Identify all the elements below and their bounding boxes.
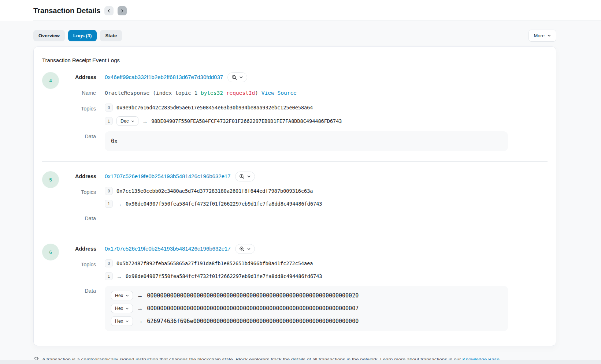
chevron-down-icon [126, 307, 129, 310]
data-box: Hex→000000000000000000000000000000000000… [105, 286, 508, 331]
arrow-right-icon: → [116, 273, 122, 279]
chevron-left-icon [107, 9, 111, 13]
address-link[interactable]: 0x46eff99cab332f1b2eb2ff6813d67e7d30fdd0… [105, 72, 223, 82]
data-value: 626974636f696e00000000000000000000000000… [147, 318, 359, 324]
chevron-down-icon [247, 247, 251, 251]
event-logs-card: Transaction Receipt Event Logs 4Address0… [33, 46, 556, 346]
data-hex-row: Hex→626974636f696e0000000000000000000000… [111, 316, 502, 326]
logs-list: 4Address0x46eff99cab332f1b2eb2ff6813d67e… [42, 72, 548, 331]
data-label: Data [75, 286, 105, 296]
address-row: Address0x1707c526e19fe0b254193b5481426c1… [75, 171, 548, 181]
topics-row: Topics00x9e9bc7616d42c2835d05ae617e50845… [75, 104, 548, 126]
log-index-badge: 5 [42, 171, 59, 188]
topic-line: 1Dec→98DE04907F550FEA584FCF4732F01F26622… [105, 116, 548, 126]
log-divider [42, 161, 548, 162]
chevron-down-icon [547, 34, 551, 38]
topics-label: Topics [75, 187, 105, 197]
topic-decode-select[interactable]: Dec [116, 116, 138, 126]
view-source-link[interactable]: View Source [261, 90, 297, 96]
decode-select-label: Hex [115, 293, 123, 298]
chevron-down-icon [126, 320, 129, 323]
topic-value: 0x9e9bc7616d42c2835d05ae617e508454e63b30… [116, 105, 313, 110]
topics-label: Topics [75, 104, 105, 114]
search-plus-icon [239, 174, 245, 179]
tabs-group: OverviewLogs (3)State [33, 30, 122, 41]
data-value: 0000000000000000000000000000000000000000… [147, 292, 359, 299]
search-plus-icon [239, 246, 245, 252]
address-label: Address [75, 244, 105, 254]
address-zoom-button[interactable] [227, 72, 247, 82]
tab-overview[interactable]: Overview [33, 30, 65, 41]
log-entry: 4Address0x46eff99cab332f1b2eb2ff6813d67e… [42, 72, 548, 151]
log-entry: 5Address0x1707c526e19fe0b254193b5481426c… [42, 171, 548, 224]
bottom-strip [0, 360, 601, 364]
address-label: Address [75, 72, 105, 82]
log-index-column: 6 [42, 244, 75, 331]
topic-line: 1→0x98de04907f550fea584fcf4732f01f266229… [105, 272, 548, 280]
data-value: 0000000000000000000000000000000000000000… [147, 305, 359, 312]
param-name-text: requestId [226, 90, 255, 96]
address-row: Address0x1707c526e19fe0b254193b5481426c1… [75, 244, 548, 254]
chevron-down-icon [239, 75, 243, 79]
log-divider [42, 234, 548, 234]
topics-row: Topics00x5b72487f892feba565865a27f191da8… [75, 259, 548, 280]
topic-value: 0x7cc135e0cebb02c3480ae5d74d377283180a26… [116, 188, 313, 194]
tab-state[interactable]: State [100, 30, 122, 41]
decode-select-label: Dec [120, 119, 129, 124]
data-label: Data [75, 131, 105, 142]
data-decode-select[interactable]: Hex [111, 304, 133, 313]
search-plus-icon [231, 75, 237, 80]
data-value: 0x [111, 138, 502, 145]
arrow-right-icon: → [137, 305, 143, 312]
event-signature: OracleResponse (index_topic_1 bytes32 re… [105, 88, 548, 98]
topic-line: 00x7cc135e0cebb02c3480ae5d74d377283180a2… [105, 187, 548, 195]
arrow-right-icon: → [137, 292, 143, 299]
topic-index-badge: 0 [105, 187, 113, 195]
next-transaction-button[interactable] [118, 6, 127, 15]
data-box: 0x [105, 131, 508, 151]
chevron-right-icon [120, 9, 124, 13]
log-index-badge: 4 [42, 72, 59, 89]
card-heading: Transaction Receipt Event Logs [42, 57, 548, 63]
topic-value: 98DE04907F550FEA584FCF4732F01F2662297EB9… [151, 118, 342, 124]
tab-logs-3[interactable]: Logs (3) [68, 30, 97, 41]
data-hex-row: Hex→000000000000000000000000000000000000… [111, 304, 502, 313]
address-label: Address [75, 171, 105, 181]
topic-index-badge: 1 [105, 200, 113, 208]
data-hex-row: Hex→000000000000000000000000000000000000… [111, 291, 502, 300]
topic-value: 0x5b72487f892feba565865a27f191da8fb1e852… [116, 260, 313, 266]
data-row: Data [75, 213, 548, 224]
log-entry: 6Address0x1707c526e19fe0b254193b5481426c… [42, 244, 548, 331]
log-index-column: 5 [42, 171, 75, 224]
address-link[interactable]: 0x1707c526e19fe0b254193b5481426c196b632e… [105, 171, 231, 181]
arrow-right-icon: → [142, 118, 148, 124]
more-button-label: More [534, 33, 545, 38]
topics-label: Topics [75, 259, 105, 270]
event-name-text: OracleResponse (index_topic_1 [105, 90, 201, 96]
topics-row: Topics00x7cc135e0cebb02c3480ae5d74d37728… [75, 187, 548, 208]
log-index-column: 4 [42, 72, 75, 151]
topic-index-badge: 1 [105, 117, 113, 125]
address-zoom-button[interactable] [235, 172, 255, 181]
address-link[interactable]: 0x1707c526e19fe0b254193b5481426c196b632e… [105, 244, 231, 254]
tab-bar: OverviewLogs (3)State More [33, 30, 556, 42]
address-zoom-button[interactable] [235, 244, 255, 254]
decode-select-label: Hex [115, 319, 123, 324]
topic-index-badge: 1 [105, 272, 113, 280]
data-row: DataHex→00000000000000000000000000000000… [75, 286, 548, 331]
data-row: Data0x [75, 131, 548, 151]
page-title: Transaction Details [33, 7, 100, 15]
prev-transaction-button[interactable] [104, 6, 114, 15]
data-decode-select[interactable]: Hex [111, 291, 133, 300]
more-button[interactable]: More [528, 30, 556, 42]
arrow-right-icon: → [137, 318, 143, 324]
data-decode-select[interactable]: Hex [111, 316, 133, 326]
param-type-text: bytes32 [201, 90, 223, 96]
topic-line: 00x9e9bc7616d42c2835d05ae617e508454e63b3… [105, 104, 548, 112]
data-label: Data [75, 213, 105, 224]
chevron-down-icon [247, 175, 251, 179]
main-area: OverviewLogs (3)State More Transaction R… [0, 21, 601, 364]
chevron-down-icon [131, 120, 134, 123]
topic-line: 1→0x98de04907f550fea584fcf4732f01f266229… [105, 200, 548, 208]
decode-select-label: Hex [115, 306, 123, 311]
